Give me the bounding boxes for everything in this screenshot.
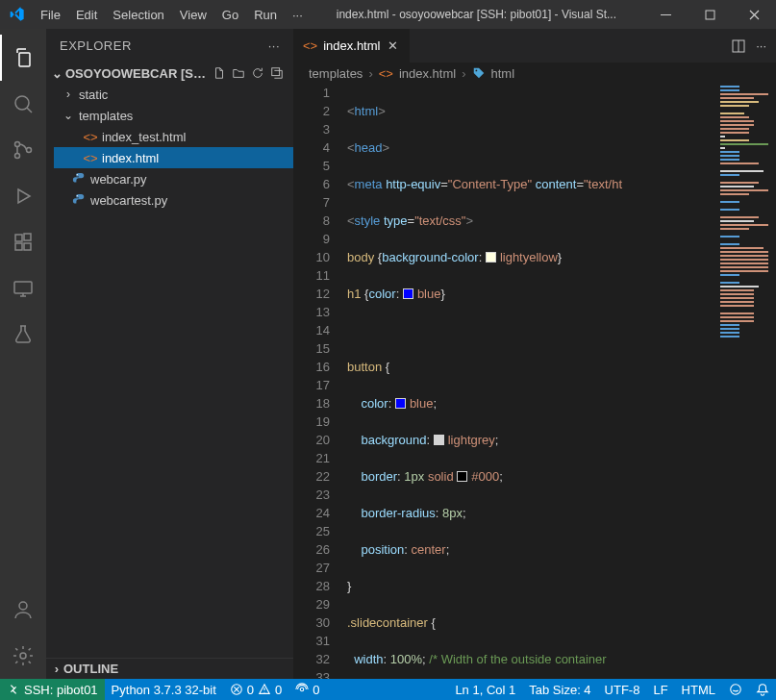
svg-rect-10 [14, 282, 32, 293]
window-controls [643, 0, 776, 29]
cursor-position[interactable]: Ln 1, Col 1 [448, 679, 522, 700]
tree-folder-templates[interactable]: ⌄ templates [54, 105, 293, 126]
outline-label: OUTLINE [63, 662, 118, 676]
tab-size[interactable]: Tab Size: 4 [522, 679, 597, 700]
testing-icon[interactable] [0, 312, 46, 358]
sidebar: EXPLORER ··· ⌄ OSOYOOWEBCAR [SSH: ... › … [46, 29, 293, 679]
problems-status[interactable]: 0 0 [223, 679, 288, 700]
minimize-button[interactable] [643, 0, 688, 29]
tree-item-label: webcar.py [90, 172, 147, 187]
chevron-down-icon: ⌄ [62, 109, 75, 122]
svg-rect-9 [24, 234, 31, 240]
menu-edit[interactable]: Edit [69, 4, 104, 26]
sidebar-title-label: EXPLORER [60, 38, 132, 53]
file-tree: › static ⌄ templates <> index_test.html … [46, 84, 293, 211]
menu-view[interactable]: View [173, 4, 213, 26]
explorer-icon[interactable] [0, 35, 46, 81]
outline-header[interactable]: › OUTLINE [46, 658, 293, 679]
eol[interactable]: LF [646, 679, 674, 700]
svg-point-12 [20, 653, 26, 659]
minimap[interactable] [718, 84, 776, 679]
breadcrumb-segment[interactable]: index.html [399, 66, 456, 81]
python-file-icon [71, 193, 87, 207]
tree-file-index[interactable]: <> index.html [54, 147, 293, 168]
svg-point-4 [15, 154, 20, 159]
feedback-icon[interactable] [722, 679, 749, 700]
collapse-icon[interactable] [270, 66, 284, 80]
search-icon[interactable] [0, 81, 46, 127]
run-debug-icon[interactable] [0, 173, 46, 219]
tree-item-label: index.html [102, 151, 159, 165]
breadcrumb-segment[interactable]: templates [309, 66, 363, 81]
sidebar-title: EXPLORER ··· [46, 29, 293, 62]
sidebar-more-icon[interactable]: ··· [268, 38, 280, 53]
html-file-icon: <> [303, 38, 317, 53]
new-folder-icon[interactable] [232, 66, 245, 80]
svg-rect-7 [15, 243, 22, 250]
menu-more[interactable]: ··· [286, 4, 310, 26]
remote-label: SSH: pibot01 [24, 683, 98, 697]
menu-run[interactable]: Run [247, 4, 284, 26]
vscode-logo-icon [0, 7, 34, 22]
tree-file-webcartest[interactable]: webcartest.py [54, 189, 293, 211]
code-editor[interactable]: 1234567891011121314151617181920212223242… [293, 84, 776, 679]
svg-point-14 [77, 174, 78, 175]
close-button[interactable] [732, 0, 776, 29]
tree-file-webcar[interactable]: webcar.py [54, 168, 293, 189]
chevron-right-icon: › [368, 66, 372, 81]
account-icon[interactable] [0, 587, 46, 633]
svg-rect-8 [24, 243, 31, 250]
encoding[interactable]: UTF-8 [598, 679, 647, 700]
project-name: OSOYOOWEBCAR [SSH: ... [65, 66, 211, 81]
editor-area: <> index.html ✕ ··· templates › <> index… [293, 29, 776, 679]
svg-point-11 [19, 602, 27, 610]
remote-explorer-icon[interactable] [0, 265, 46, 312]
chevron-right-icon: › [462, 66, 465, 81]
split-editor-icon[interactable] [731, 38, 746, 54]
html-file-icon: <> [379, 66, 393, 81]
line-gutter: 1234567891011121314151617181920212223242… [293, 84, 347, 679]
breadcrumb[interactable]: templates › <> index.html › html [293, 62, 776, 84]
breadcrumb-segment[interactable]: html [491, 66, 515, 81]
svg-rect-1 [706, 11, 714, 19]
project-header[interactable]: ⌄ OSOYOOWEBCAR [SSH: ... [46, 62, 293, 84]
svg-rect-0 [661, 14, 671, 15]
activity-bar [0, 29, 46, 679]
tree-file-index-test[interactable]: <> index_test.html [54, 126, 293, 147]
extensions-icon[interactable] [0, 219, 46, 265]
tabs-row: <> index.html ✕ ··· [293, 29, 776, 62]
menu-file[interactable]: File [34, 4, 67, 26]
menu-selection[interactable]: Selection [106, 4, 170, 26]
more-actions-icon[interactable]: ··· [756, 38, 766, 53]
python-version[interactable]: Python 3.7.3 32-bit [105, 679, 223, 700]
svg-point-15 [77, 195, 78, 196]
svg-point-17 [475, 70, 477, 72]
close-icon[interactable]: ✕ [386, 37, 400, 55]
language-mode[interactable]: HTML [675, 679, 722, 700]
main-menu: File Edit Selection View Go Run ··· [34, 4, 310, 26]
svg-point-19 [300, 688, 304, 691]
tag-icon [472, 66, 486, 80]
menu-go[interactable]: Go [215, 4, 245, 26]
svg-point-3 [15, 142, 20, 147]
remote-status[interactable]: SSH: pibot01 [0, 679, 105, 700]
svg-point-20 [731, 685, 741, 695]
maximize-button[interactable] [688, 0, 732, 29]
settings-icon[interactable] [0, 633, 46, 679]
window-title: index.html - osoyoowebcar [SSH: pibot01]… [310, 8, 643, 21]
tree-item-label: webcartest.py [90, 193, 167, 208]
code-content[interactable]: <html> <head> <meta http-equiv="Content-… [347, 84, 718, 679]
svg-rect-6 [15, 235, 22, 241]
tree-item-label: index_test.html [102, 130, 186, 144]
port-status[interactable]: 0 [288, 679, 326, 700]
source-control-icon[interactable] [0, 127, 46, 173]
new-file-icon[interactable] [213, 66, 226, 80]
svg-point-2 [15, 96, 29, 110]
refresh-icon[interactable] [251, 66, 264, 80]
notifications-icon[interactable] [749, 679, 776, 700]
status-bar: SSH: pibot01 Python 3.7.3 32-bit 0 0 0 L… [0, 679, 776, 700]
tab-index-html[interactable]: <> index.html ✕ [293, 29, 411, 62]
tab-label: index.html [323, 38, 380, 53]
tree-item-label: static [79, 88, 108, 102]
tree-folder-static[interactable]: › static [54, 84, 293, 105]
